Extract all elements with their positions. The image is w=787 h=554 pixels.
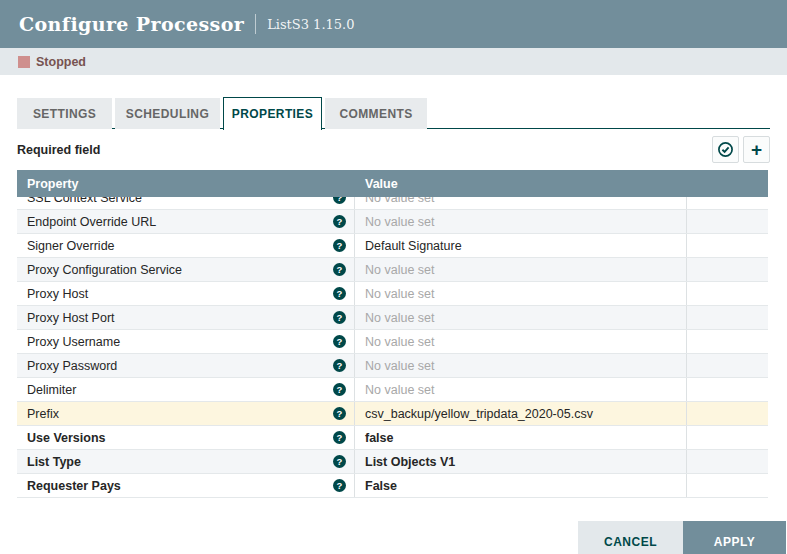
property-value[interactable]: csv_backup/yellow_tripdata_2020-05.csv: [355, 402, 687, 425]
configure-processor-dialog: Configure Processor ListS3 1.15.0 Stoppe…: [0, 0, 787, 554]
property-value[interactable]: List Objects V1: [355, 450, 687, 473]
dialog-title: Configure Processor: [19, 13, 244, 35]
table-row[interactable]: Proxy Username?No value set: [17, 330, 768, 354]
property-cell: Requester Pays?: [17, 474, 355, 497]
check-circle-icon: [717, 141, 734, 158]
row-spacer-cell: [687, 426, 768, 449]
row-spacer-cell: [687, 234, 768, 257]
property-value[interactable]: false: [355, 426, 687, 449]
tab-comments[interactable]: COMMENTS: [325, 98, 427, 129]
property-name: List Type: [27, 455, 81, 469]
row-spacer-cell: [687, 378, 768, 401]
table-row[interactable]: Delimiter?No value set: [17, 378, 768, 402]
help-icon: ?: [333, 287, 346, 300]
property-name: Proxy Password: [27, 359, 117, 373]
row-spacer-cell: [687, 282, 768, 305]
tab-properties[interactable]: PROPERTIES: [223, 97, 322, 130]
property-cell: SSL Context Service?: [17, 197, 355, 209]
property-cell: Proxy Password?: [17, 354, 355, 377]
tab-settings[interactable]: SETTINGS: [17, 98, 112, 129]
help-icon: ?: [333, 335, 346, 348]
row-spacer-cell: [687, 450, 768, 473]
property-name: SSL Context Service: [27, 197, 142, 205]
value-column-header: Value: [355, 177, 687, 191]
properties-toolbar: Required field +: [17, 129, 770, 170]
property-column-header: Property: [17, 177, 355, 191]
help-icon: ?: [333, 431, 346, 444]
property-cell: Proxy Username?: [17, 330, 355, 353]
table-row[interactable]: Proxy Password?No value set: [17, 354, 768, 378]
row-spacer-cell: [687, 210, 768, 233]
processor-name-version: ListS3 1.15.0: [267, 17, 354, 32]
property-value[interactable]: No value set: [355, 330, 687, 353]
table-row[interactable]: Endpoint Override URL?No value set: [17, 210, 768, 234]
property-name: Prefix: [27, 407, 59, 421]
required-field-label: Required field: [17, 143, 100, 157]
row-spacer-cell: [687, 402, 768, 425]
plus-icon: +: [751, 140, 762, 159]
property-name: Use Versions: [27, 431, 106, 445]
status-label: Stopped: [36, 55, 86, 69]
cancel-button[interactable]: CANCEL: [578, 521, 683, 554]
property-value[interactable]: No value set: [355, 354, 687, 377]
help-icon: ?: [333, 407, 346, 420]
add-property-button[interactable]: +: [743, 136, 770, 163]
help-icon: ?: [333, 479, 346, 492]
properties-table-body: SSL Context Service?No value setEndpoint…: [17, 197, 768, 498]
table-row[interactable]: Prefix?csv_backup/yellow_tripdata_2020-0…: [17, 402, 768, 426]
table-row[interactable]: Use Versions?false: [17, 426, 768, 450]
tab-scheduling[interactable]: SCHEDULING: [115, 98, 220, 129]
row-spacer-cell: [687, 354, 768, 377]
property-cell: Proxy Host Port?: [17, 306, 355, 329]
property-value[interactable]: False: [355, 474, 687, 497]
row-spacer-cell: [687, 258, 768, 281]
property-value[interactable]: No value set: [355, 306, 687, 329]
row-spacer-cell: [687, 330, 768, 353]
table-row[interactable]: Proxy Configuration Service?No value set: [17, 258, 768, 282]
property-name: Proxy Host: [27, 287, 88, 301]
property-name: Proxy Host Port: [27, 311, 115, 325]
help-icon: ?: [333, 311, 346, 324]
property-name: Signer Override: [27, 239, 115, 253]
property-value[interactable]: No value set: [355, 258, 687, 281]
property-value[interactable]: No value set: [355, 378, 687, 401]
property-name: Proxy Username: [27, 335, 120, 349]
property-value[interactable]: No value set: [355, 210, 687, 233]
help-icon: ?: [333, 197, 346, 204]
table-row[interactable]: List Type?List Objects V1: [17, 450, 768, 474]
table-row[interactable]: Requester Pays?False: [17, 474, 768, 498]
property-name: Delimiter: [27, 383, 76, 397]
property-value[interactable]: No value set: [355, 282, 687, 305]
help-icon: ?: [333, 263, 346, 276]
table-row[interactable]: Signer Override?Default Signature: [17, 234, 768, 258]
table-header: Property Value: [17, 170, 768, 197]
property-name: Endpoint Override URL: [27, 215, 156, 229]
property-cell: Proxy Configuration Service?: [17, 258, 355, 281]
help-icon: ?: [333, 359, 346, 372]
property-name: Proxy Configuration Service: [27, 263, 182, 277]
property-cell: Prefix?: [17, 402, 355, 425]
property-cell: Proxy Host?: [17, 282, 355, 305]
property-name: Requester Pays: [27, 479, 121, 493]
row-spacer-cell: [687, 197, 768, 209]
verify-properties-button[interactable]: [712, 136, 739, 163]
table-row[interactable]: Proxy Host?No value set: [17, 282, 768, 306]
property-cell: List Type?: [17, 450, 355, 473]
partial-row-clip: SSL Context Service?No value set: [17, 197, 768, 210]
property-value[interactable]: No value set: [355, 197, 687, 209]
property-value[interactable]: Default Signature: [355, 234, 687, 257]
table-row[interactable]: SSL Context Service?No value set: [17, 197, 768, 210]
stopped-icon: [18, 56, 30, 68]
property-cell: Endpoint Override URL?: [17, 210, 355, 233]
help-icon: ?: [333, 215, 346, 228]
dialog-header: Configure Processor ListS3 1.15.0: [0, 0, 787, 48]
table-row[interactable]: Proxy Host Port?No value set: [17, 306, 768, 330]
help-icon: ?: [333, 455, 346, 468]
property-cell: Signer Override?: [17, 234, 355, 257]
tab-bar: SETTINGS SCHEDULING PROPERTIES COMMENTS: [17, 97, 770, 129]
toolbar-actions: +: [712, 136, 770, 163]
property-cell: Use Versions?: [17, 426, 355, 449]
apply-button[interactable]: APPLY: [683, 521, 786, 554]
row-spacer-cell: [687, 306, 768, 329]
title-separator: [255, 14, 256, 34]
